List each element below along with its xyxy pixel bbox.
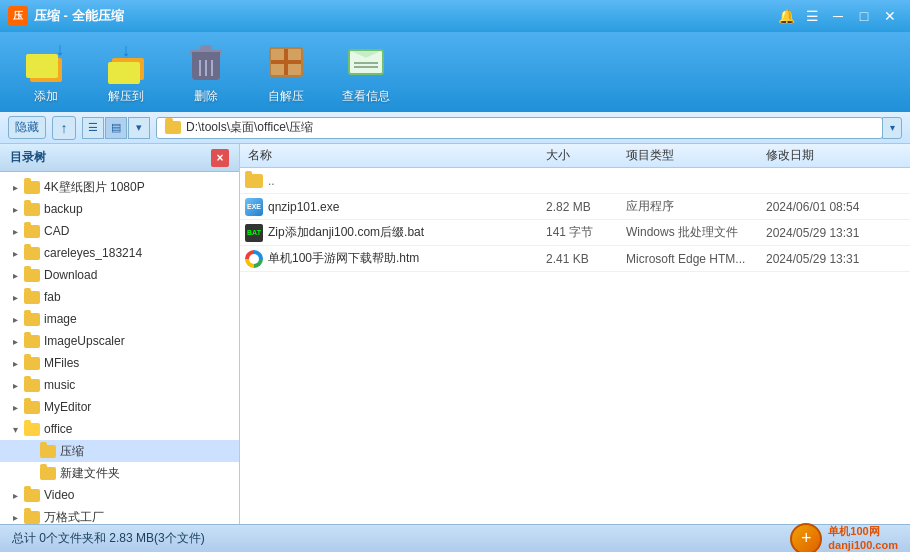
tree-item-label: backup — [44, 202, 83, 216]
title-bar: 压 压缩 - 全能压缩 🔔 ☰ ─ □ ✕ — [0, 0, 910, 32]
tree-item-office[interactable]: ▾office — [0, 418, 239, 440]
extract-button[interactable]: ↓ 解压到 — [96, 40, 156, 105]
file-size: 2.82 MB — [546, 200, 626, 214]
panel-close-button[interactable]: × — [211, 149, 229, 167]
tree-item-myeditor[interactable]: ▸MyEditor — [0, 396, 239, 418]
path-bar[interactable]: D:\tools\桌面\office\压缩 — [156, 117, 883, 139]
info-button[interactable]: 查看信息 — [336, 40, 396, 105]
logo-text: 单机100网 danji100.com — [828, 525, 898, 551]
tree-item-careleyes[interactable]: ▸careleyes_183214 — [0, 242, 239, 264]
up-directory-button[interactable]: ↑ — [52, 116, 76, 140]
tree-expand-icon: ▸ — [8, 246, 22, 260]
file-name: Zip添加danji100.com后缀.bat — [268, 224, 546, 241]
toolbar: ↓ 添加 ↓ 解压到 — [0, 32, 910, 112]
tree-item-wange[interactable]: ▸万格式工厂 — [0, 506, 239, 524]
minimize-button[interactable]: ─ — [826, 5, 850, 27]
column-date-header[interactable]: 修改日期 — [766, 147, 906, 164]
tree-item-label: MyEditor — [44, 400, 91, 414]
delete-icon — [184, 40, 228, 84]
file-type: 应用程序 — [626, 198, 766, 215]
path-dropdown-button[interactable]: ▾ — [882, 117, 902, 139]
tree-expand-icon: ▸ — [8, 334, 22, 348]
bat-file-icon: BAT — [245, 224, 263, 242]
tree-expand-icon: ▸ — [8, 378, 22, 392]
folder-icon — [24, 269, 40, 282]
folder-icon — [24, 489, 40, 502]
logo-circle[interactable]: + — [790, 523, 822, 553]
menu-icon[interactable]: ☰ — [800, 5, 824, 27]
tree-expand-icon: ▾ — [8, 422, 22, 436]
file-icon-htm — [244, 250, 264, 268]
tree-item-yasuo[interactable]: 压缩 — [0, 440, 239, 462]
tree-item-download[interactable]: ▸Download — [0, 264, 239, 286]
folder-icon — [24, 291, 40, 304]
tree-item-label: ImageUpscaler — [44, 334, 125, 348]
tree-item-music[interactable]: ▸music — [0, 374, 239, 396]
delete-button[interactable]: 删除 — [176, 40, 236, 105]
tree-expand-icon: ▸ — [8, 488, 22, 502]
add-label: 添加 — [34, 88, 58, 105]
nav-bar: 隐藏 ↑ ☰ ▤ ▾ D:\tools\桌面\office\压缩 ▾ — [0, 112, 910, 144]
tree-item-label: music — [44, 378, 75, 392]
maximize-button[interactable]: □ — [852, 5, 876, 27]
file-name: .. — [268, 174, 546, 188]
main-content: 目录树 × ▸4K壁纸图片 1080P▸backup▸CAD▸careleyes… — [0, 144, 910, 524]
add-button[interactable]: ↓ 添加 — [16, 40, 76, 105]
file-row[interactable]: EXEqnzip101.exe2.82 MB应用程序2024/06/01 08:… — [240, 194, 910, 220]
tree-item-image[interactable]: ▸image — [0, 308, 239, 330]
tree-expand-icon: ▸ — [8, 510, 22, 524]
tree-expand-icon: ▸ — [8, 356, 22, 370]
file-row[interactable]: .. — [240, 168, 910, 194]
tree-item-label: MFiles — [44, 356, 79, 370]
tree-item-fab[interactable]: ▸fab — [0, 286, 239, 308]
tree-item-mfiles[interactable]: ▸MFiles — [0, 352, 239, 374]
notification-icon[interactable]: 🔔 — [774, 5, 798, 27]
extract-icon: ↓ — [104, 40, 148, 84]
folder-icon — [24, 401, 40, 414]
tree-item-backup[interactable]: ▸backup — [0, 198, 239, 220]
delete-label: 删除 — [194, 88, 218, 105]
file-name: qnzip101.exe — [268, 200, 546, 214]
list-view-button[interactable]: ☰ — [82, 117, 104, 139]
status-text: 总计 0个文件夹和 2.83 MB(3个文件) — [12, 530, 790, 547]
tree-expand-icon: ▸ — [8, 202, 22, 216]
file-date: 2024/06/01 08:54 — [766, 200, 906, 214]
folder-icon — [24, 511, 40, 524]
file-row[interactable]: BATZip添加danji100.com后缀.bat141 字节Windows … — [240, 220, 910, 246]
selfextract-button[interactable]: 自解压 — [256, 40, 316, 105]
hide-panel-button[interactable]: 隐藏 — [8, 116, 46, 139]
file-size: 2.41 KB — [546, 252, 626, 266]
folder-icon — [24, 225, 40, 238]
tree-item-cad[interactable]: ▸CAD — [0, 220, 239, 242]
folder-icon — [40, 445, 56, 458]
close-button[interactable]: ✕ — [878, 5, 902, 27]
file-row[interactable]: 单机100手游网下载帮助.htm2.41 KBMicrosoft Edge HT… — [240, 246, 910, 272]
tree-item-video[interactable]: ▸Video — [0, 484, 239, 506]
column-type-header[interactable]: 项目类型 — [626, 147, 766, 164]
file-date: 2024/05/29 13:31 — [766, 226, 906, 240]
window-controls: 🔔 ☰ ─ □ ✕ — [774, 5, 902, 27]
folder-icon — [24, 335, 40, 348]
directory-tree: ▸4K壁纸图片 1080P▸backup▸CAD▸careleyes_18321… — [0, 172, 239, 524]
tree-item-imageupscaler[interactable]: ▸ImageUpscaler — [0, 330, 239, 352]
tree-item-xinjian[interactable]: 新建文件夹 — [0, 462, 239, 484]
file-date: 2024/05/29 13:31 — [766, 252, 906, 266]
column-name-header[interactable]: 名称 — [244, 147, 546, 164]
tree-item-label: Download — [44, 268, 97, 282]
file-type: Windows 批处理文件 — [626, 224, 766, 241]
logo-line2: danji100.com — [828, 539, 898, 552]
file-icon-parent — [244, 172, 264, 190]
status-bar: 总计 0个文件夹和 2.83 MB(3个文件) + 单机100网 danji10… — [0, 524, 910, 552]
folder-icon — [24, 379, 40, 392]
folder-icon — [40, 467, 56, 480]
tree-item-label: image — [44, 312, 77, 326]
detail-view-button[interactable]: ▤ — [105, 117, 127, 139]
app-icon-text: 压 — [13, 9, 23, 23]
selfextract-icon — [264, 40, 308, 84]
column-size-header[interactable]: 大小 — [546, 147, 626, 164]
tree-item-label: 万格式工厂 — [44, 509, 104, 525]
app-icon: 压 — [8, 6, 28, 26]
tree-item-4k[interactable]: ▸4K壁纸图片 1080P — [0, 176, 239, 198]
view-dropdown-button[interactable]: ▾ — [128, 117, 150, 139]
app-title: 压缩 - 全能压缩 — [34, 7, 774, 25]
